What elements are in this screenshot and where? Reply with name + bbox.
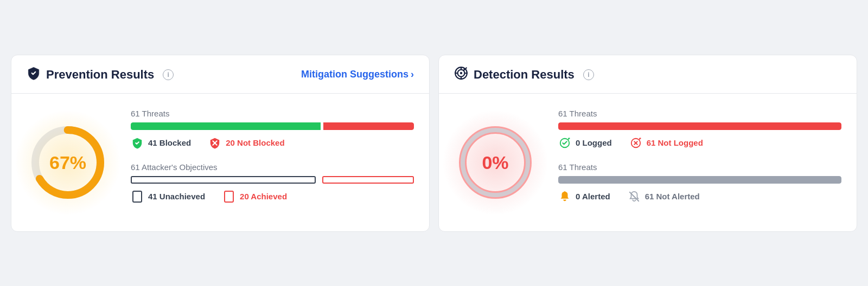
threats-stat-row: 41 Blocked 20 Not Blocked <box>131 136 414 150</box>
prevention-body: 67% 61 Threats <box>11 94 429 231</box>
logged-stat: 0 Logged <box>558 136 612 150</box>
detection-title-text: Detection Results <box>474 68 575 82</box>
not-blocked-label: 20 Not Blocked <box>226 138 284 147</box>
objectives-stat-row: 41 Unachieved 20 Achieved <box>131 190 414 203</box>
threats-progress-bar <box>131 122 414 130</box>
prevention-header: Prevention Results i Mitigation Suggesti… <box>11 55 429 94</box>
svg-rect-16 <box>564 191 565 192</box>
dashboard: Prevention Results i Mitigation Suggesti… <box>11 55 857 232</box>
not-alerted-label: 61 Not Alerted <box>645 192 700 201</box>
unachieved-segment <box>131 176 316 184</box>
achieved-label: 20 Achieved <box>240 192 287 201</box>
detection-title: Detection Results i <box>454 66 594 83</box>
mitigation-link[interactable]: Mitigation Suggestions › <box>301 69 414 80</box>
logged-progress-bar <box>558 122 841 130</box>
prevention-info-icon[interactable]: i <box>163 69 174 80</box>
alerted-stat-row: 0 Alerted 61 Not Alerted <box>558 190 841 203</box>
alerted-label: 0 Alerted <box>576 192 610 201</box>
not-alerted-stat: 61 Not Alerted <box>628 190 700 203</box>
blocked-label: 41 Blocked <box>148 138 191 147</box>
not-logged-stat: 61 Not Logged <box>629 136 703 150</box>
prevention-stats: 61 Threats 41 Blocked <box>131 109 414 216</box>
objectives-count: 61 Attacker's Objectives <box>131 162 414 172</box>
not-blocked-icon <box>208 136 221 150</box>
not-alerted-segment <box>558 176 841 184</box>
prevention-percent: 67% <box>49 152 86 173</box>
detection-body: 0% 61 Threats <box>439 94 857 231</box>
blocked-segment <box>131 122 321 130</box>
not-blocked-stat: 20 Not Blocked <box>208 136 284 150</box>
logged-label: 0 Logged <box>576 138 612 147</box>
prevention-title-text: Prevention Results <box>46 68 154 82</box>
prevention-donut: 67% <box>24 119 111 206</box>
alerted-icon <box>558 190 571 203</box>
alerted-stat: 0 Alerted <box>558 190 610 203</box>
not-blocked-segment <box>323 122 414 130</box>
not-logged-segment <box>558 122 841 130</box>
blocked-icon <box>131 136 144 150</box>
alerted-progress-bar <box>558 176 841 184</box>
detection-percent: 0% <box>482 152 508 173</box>
threats-count-1: 61 Threats <box>131 109 414 118</box>
detection-stats: 61 Threats 0 Lo <box>558 109 841 216</box>
svg-rect-6 <box>225 191 233 202</box>
detection-threats-2: 61 Threats <box>558 162 841 172</box>
objectives-progress-bar <box>131 176 414 184</box>
blocked-stat: 41 Blocked <box>131 136 191 150</box>
achieved-stat: 20 Achieved <box>222 190 287 203</box>
detection-info-icon[interactable]: i <box>583 69 594 80</box>
unachieved-label: 41 Unachieved <box>148 192 205 201</box>
detection-card: Detection Results i 0% 61 Threats <box>438 55 857 232</box>
svg-rect-5 <box>133 191 142 202</box>
target-icon <box>454 66 468 83</box>
achieved-icon <box>222 190 235 203</box>
prevention-card: Prevention Results i Mitigation Suggesti… <box>11 55 430 232</box>
shield-icon <box>27 66 41 83</box>
detection-header: Detection Results i <box>439 55 857 94</box>
svg-point-9 <box>460 72 462 74</box>
unachieved-icon <box>131 190 144 203</box>
not-alerted-icon <box>628 190 641 203</box>
not-logged-label: 61 Not Logged <box>647 138 703 147</box>
unachieved-stat: 41 Unachieved <box>131 190 205 203</box>
achieved-segment <box>322 176 414 184</box>
detection-donut: 0% <box>452 119 539 206</box>
not-logged-icon <box>629 136 642 150</box>
logged-stat-row: 0 Logged 61 Not Logged <box>558 136 841 150</box>
prevention-title: Prevention Results i <box>27 66 174 83</box>
detection-threats-1: 61 Threats <box>558 109 841 118</box>
logged-icon <box>558 136 571 150</box>
